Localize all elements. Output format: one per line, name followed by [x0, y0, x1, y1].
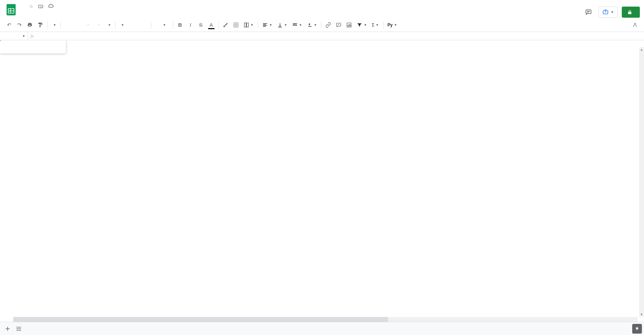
svg-rect-18: [349, 24, 350, 26]
text-color-button[interactable]: A: [206, 20, 216, 30]
increase-decimal-button[interactable]: →: [94, 20, 104, 30]
fill-color-button[interactable]: [221, 20, 230, 30]
menu-extensions[interactable]: [60, 10, 65, 13]
menu-file[interactable]: [21, 10, 26, 13]
menu-data[interactable]: [49, 10, 53, 13]
share-button[interactable]: [622, 7, 640, 18]
name-box[interactable]: ▼: [0, 32, 28, 40]
toolbar: ↶ ↷ ▼ ← → ▼ ▼ ▼ B I S A ▼ ▼ ▼ ▼ ▼ ▼ Σ▼: [0, 18, 644, 32]
all-sheets-button[interactable]: [13, 323, 24, 334]
zoom-select[interactable]: ▼: [50, 20, 58, 30]
vertical-align-button[interactable]: ▼: [275, 20, 289, 30]
menu-edit[interactable]: [26, 10, 31, 13]
functions-button[interactable]: Σ▼: [370, 20, 381, 30]
add-sheet-button[interactable]: [2, 323, 13, 334]
undo-icon[interactable]: ↶: [4, 20, 14, 30]
menu-view[interactable]: [32, 10, 37, 13]
chevron-down-icon: ▼: [611, 10, 614, 14]
present-button[interactable]: ▼: [599, 7, 618, 18]
menu-help[interactable]: [65, 10, 70, 13]
currency-format-button[interactable]: [63, 20, 73, 30]
formula-input[interactable]: [36, 33, 644, 39]
explore-button[interactable]: [632, 324, 642, 334]
validation-error-tooltip: [0, 40, 66, 53]
cloud-status-icon[interactable]: [47, 3, 54, 10]
svg-rect-0: [7, 4, 16, 16]
horizontal-scrollbar[interactable]: [13, 317, 638, 322]
svg-rect-4: [586, 10, 591, 14]
bold-button[interactable]: B: [175, 20, 185, 30]
scroll-down-icon[interactable]: ▼: [639, 312, 644, 317]
redo-icon[interactable]: ↷: [15, 20, 24, 30]
text-wrap-button[interactable]: ▼: [290, 20, 304, 30]
insert-comment-button[interactable]: [334, 20, 344, 30]
strikethrough-button[interactable]: S: [196, 20, 206, 30]
number-format-select[interactable]: ▼: [104, 20, 113, 30]
menu-tools[interactable]: [54, 10, 59, 13]
menubar: [21, 10, 583, 13]
italic-button[interactable]: I: [186, 20, 195, 30]
sheets-logo[interactable]: [4, 3, 18, 17]
sheet-tabs-bar: [0, 322, 644, 335]
fx-icon: fx: [28, 33, 36, 39]
app-header: ☆ ▼: [0, 0, 644, 18]
text-rotation-button[interactable]: ▼: [305, 20, 319, 30]
star-icon[interactable]: ☆: [28, 3, 35, 10]
svg-rect-19: [350, 24, 351, 26]
menu-format[interactable]: [43, 10, 48, 13]
horizontal-align-button[interactable]: ▼: [260, 20, 274, 30]
filter-button[interactable]: ▼: [355, 20, 369, 30]
scroll-up-icon[interactable]: ▲: [639, 47, 644, 52]
insert-chart-button[interactable]: [344, 20, 354, 30]
paint-format-icon[interactable]: [35, 20, 45, 30]
svg-rect-17: [348, 25, 348, 26]
move-icon[interactable]: [37, 3, 44, 10]
spreadsheet-grid[interactable]: ▲ ▼: [0, 40, 644, 322]
comments-icon[interactable]: [583, 6, 594, 18]
vertical-scrollbar[interactable]: ▲ ▼: [639, 47, 644, 317]
formula-bar: ▼ fx: [0, 32, 644, 40]
percent-format-button[interactable]: [73, 20, 83, 30]
svg-rect-11: [244, 23, 246, 27]
decrease-decimal-button[interactable]: ←: [84, 20, 93, 30]
menu-insert[interactable]: [37, 10, 42, 13]
language-button[interactable]: Ру▼: [385, 20, 399, 30]
collapse-toolbar-icon[interactable]: ᐱ: [630, 20, 640, 30]
merge-cells-button[interactable]: ▼: [242, 20, 256, 30]
insert-link-button[interactable]: [323, 20, 333, 30]
borders-button[interactable]: [231, 20, 241, 30]
print-icon[interactable]: [25, 20, 35, 30]
document-title[interactable]: [21, 6, 25, 7]
font-select[interactable]: ▼: [118, 20, 149, 30]
font-size-select[interactable]: ▼: [153, 20, 171, 30]
svg-rect-12: [247, 23, 248, 27]
